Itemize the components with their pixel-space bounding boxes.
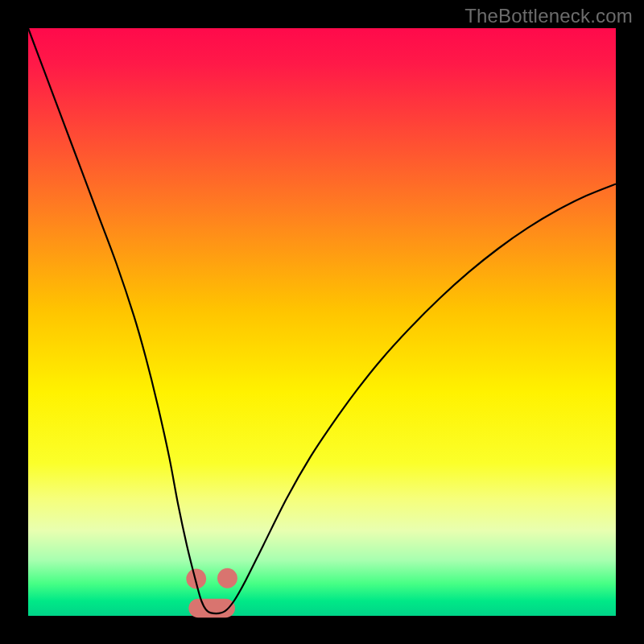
chart-container: TheBottleneck.com [0, 0, 644, 644]
marker-dot-1 [217, 568, 237, 588]
bottleneck-chart [0, 0, 644, 644]
plot-background [28, 28, 616, 616]
watermark-text: TheBottleneck.com [464, 5, 633, 27]
